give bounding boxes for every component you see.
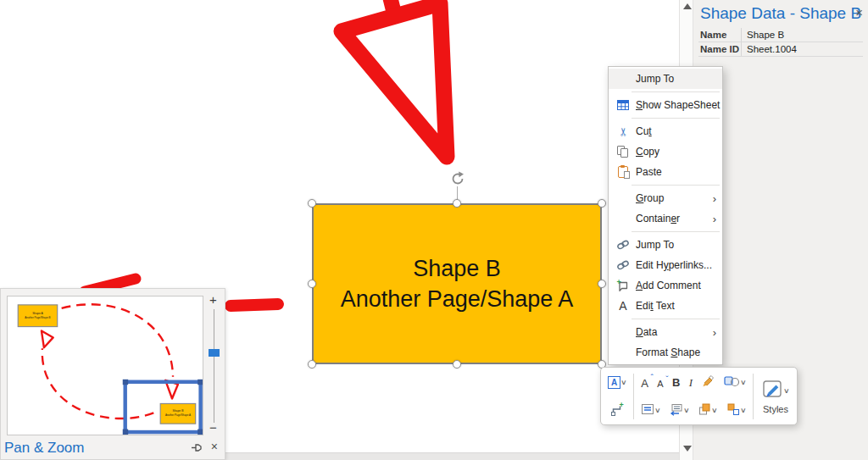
mini-toolbar: A∨ AˆAˇBI∨ ∨ Styles + ∨∨∨∨ — [600, 367, 798, 425]
menu-item-edit-text[interactable]: AEdit Text — [609, 296, 722, 316]
menu-item-cut[interactable]: ✂Cut — [609, 121, 722, 141]
menu-item-label: Container — [636, 213, 680, 224]
zoom-slider-track[interactable] — [214, 309, 214, 423]
pan-zoom-canvas[interactable]: Shape A Another Page/Shape B Shape B Ano… — [7, 296, 203, 435]
italic-button[interactable]: I — [687, 375, 694, 391]
chevron-down-icon: ∨ — [711, 407, 718, 414]
shape-text-line1: Shape B — [413, 253, 501, 284]
bring-forward-icon — [698, 402, 711, 419]
svg-text:+: + — [620, 402, 624, 409]
grow-font-icon: Aˆ — [641, 375, 648, 391]
rotation-handle[interactable] — [450, 171, 465, 186]
scroll-up-icon[interactable] — [683, 3, 692, 9]
shrink-font-button[interactable]: Aˇ — [655, 374, 665, 391]
selection-handle[interactable] — [308, 199, 316, 208]
mini-shape-b: Shape B Another Page/Shape A — [160, 403, 195, 424]
menu-item-jump-to[interactable]: Jump To — [609, 69, 722, 89]
menu-item-label: Jump To — [636, 73, 674, 85]
svg-text:+: + — [617, 279, 621, 286]
selection-handle[interactable] — [453, 360, 461, 369]
mini-connector — [62, 304, 173, 377]
zoom-in-button[interactable]: + — [209, 292, 217, 307]
chevron-down-icon: ∨ — [740, 407, 747, 414]
menu-separator — [632, 118, 720, 119]
menu-item-add-comment[interactable]: +Add Comment — [609, 275, 722, 296]
visio-window: Shape B Another Page/Shape A Shape Data … — [0, 0, 868, 460]
styles-button[interactable]: ∨ Styles — [754, 369, 798, 424]
scroll-down-icon[interactable] — [683, 446, 692, 452]
context-menu: Jump ToShow ShapeSheet✂CutCopyPasteGroup… — [608, 66, 723, 365]
table-row: Name Shape B — [698, 28, 863, 42]
zoom-slider-thumb[interactable] — [209, 349, 220, 357]
grow-font-button[interactable]: Aˆ — [639, 374, 650, 391]
pan-zoom-close-icon[interactable]: × — [211, 440, 218, 453]
menu-item-paste[interactable]: Paste — [609, 162, 722, 182]
red-dash-segment — [231, 304, 278, 306]
styles-label: Styles — [763, 404, 788, 414]
mini-arrowhead — [42, 331, 53, 348]
selection-handle[interactable] — [308, 360, 316, 369]
align-text-icon — [641, 402, 654, 419]
menu-item-container[interactable]: Container› — [609, 208, 722, 229]
menu-separator — [632, 91, 720, 92]
submenu-chevron-icon: › — [713, 326, 716, 339]
selection-handle[interactable] — [598, 199, 606, 208]
comment-icon: + — [615, 279, 632, 292]
chevron-down-icon: ∨ — [740, 379, 747, 386]
edittext-icon: A — [615, 299, 632, 313]
svg-text:Another Page/Shape B: Another Page/Shape B — [25, 316, 50, 319]
menu-item-copy[interactable]: Copy — [609, 141, 722, 162]
connector-button[interactable]: + — [609, 402, 626, 420]
svg-text:Another Page/Shape A: Another Page/Shape A — [165, 413, 191, 417]
selection-handle[interactable] — [598, 280, 606, 288]
pin-icon[interactable] — [192, 443, 203, 452]
shapesheet-icon — [615, 98, 632, 112]
menu-item-data[interactable]: Data› — [609, 322, 722, 342]
menu-item-group[interactable]: Group› — [609, 188, 722, 208]
align-text-button[interactable]: ∨ — [639, 402, 662, 420]
text-box-button[interactable]: A∨ — [606, 375, 628, 390]
menu-separator — [632, 185, 720, 186]
menu-item-show-shapesheet[interactable]: Show ShapeSheet — [609, 95, 722, 115]
link-icon — [615, 258, 632, 272]
bold-button[interactable]: B — [670, 375, 682, 390]
menu-separator — [632, 319, 720, 319]
shape-b[interactable]: Shape B Another Page/Shape A — [312, 203, 602, 364]
connector-icon: + — [610, 402, 624, 419]
menu-item-label: Add Comment — [636, 280, 701, 291]
menu-item-label: Copy — [636, 146, 659, 158]
zoom-out-button[interactable]: − — [209, 420, 217, 435]
styles-icon — [762, 380, 784, 403]
shape-text-line2: Another Page/Shape A — [341, 284, 574, 314]
link-icon — [615, 238, 632, 252]
format-painter-button[interactable] — [700, 374, 717, 392]
arrange-button[interactable]: ∨ — [725, 402, 748, 420]
chevron-down-icon: ∨ — [620, 379, 627, 386]
selection-handle[interactable] — [453, 199, 461, 208]
chevron-down-icon: ∨ — [783, 387, 790, 395]
panel-title: Shape Data - Shape B — [700, 4, 861, 23]
red-arrow-head — [342, 3, 447, 157]
paragraph-icon — [670, 402, 683, 419]
menu-item-edit-hyperlinks[interactable]: Edit Hyperlinks... — [609, 255, 722, 275]
shape-styles-button[interactable]: ∨ — [722, 374, 748, 392]
arrange-icon — [726, 402, 740, 419]
table-row: Name ID Sheet.1004 — [698, 42, 863, 57]
menu-item-label: Cut — [636, 125, 652, 137]
selection-handle[interactable] — [308, 280, 316, 288]
mini-shape-a: Shape A Another Page/Shape B — [18, 305, 57, 327]
menu-separator — [632, 231, 720, 232]
menu-item-jump-to[interactable]: Jump To — [609, 235, 722, 255]
row-value[interactable]: Sheet.1004 — [741, 42, 863, 56]
panel-close-icon[interactable]: × — [855, 5, 863, 19]
menu-item-label: Format Shape — [636, 346, 700, 358]
menu-item-label: Data — [636, 326, 657, 338]
paragraph-button[interactable]: ∨ — [668, 402, 691, 420]
bring-forward-button[interactable]: ∨ — [696, 402, 719, 420]
pan-zoom-title: Pan & Zoom — [1, 440, 85, 457]
menu-item-label: Edit Hyperlinks... — [636, 259, 712, 271]
row-value[interactable]: Shape B — [741, 28, 863, 42]
shape-data-table: Name Shape B Name ID Sheet.1004 — [698, 28, 863, 57]
menu-item-label: Jump To — [636, 239, 674, 251]
menu-item-format-shape[interactable]: Format Shape — [609, 342, 722, 363]
